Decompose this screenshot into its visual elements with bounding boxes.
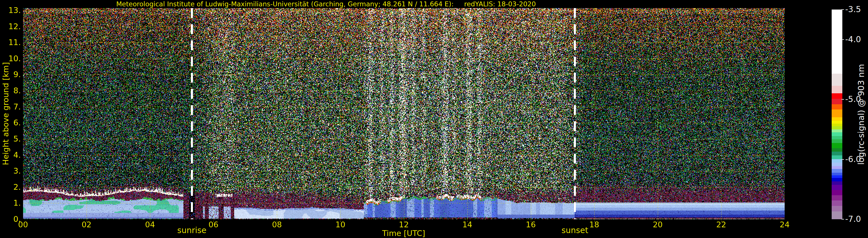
colorbar — [832, 9, 842, 219]
x-tick-label: 20 — [653, 221, 663, 229]
colorbar-segment — [832, 166, 842, 169]
colorbar-segment — [832, 163, 842, 166]
sunset-label: sunset — [561, 226, 588, 235]
y-tick-label: 10. — [0, 55, 21, 63]
colorbar-tick-mark — [841, 39, 844, 40]
y-tick-label: 8. — [0, 87, 21, 95]
colorbar-segment — [832, 136, 842, 139]
colorbar-segment — [832, 201, 842, 206]
colorbar-segment — [832, 74, 842, 86]
colorbar-segment — [832, 185, 842, 190]
colorbar-segment — [832, 121, 842, 124]
colorbar-segment — [832, 129, 842, 133]
x-tick-label: 00 — [18, 221, 28, 229]
colorbar-segment — [832, 169, 842, 173]
colorbar-segment — [832, 124, 842, 127]
heatmap-canvas — [23, 8, 785, 219]
y-tick-label: 2. — [0, 183, 21, 191]
x-tick-label: 24 — [780, 221, 789, 229]
colorbar-segment — [832, 206, 842, 212]
colorbar-segment — [832, 126, 842, 129]
x-tick-label: 08 — [272, 221, 282, 229]
colorbar-segment — [832, 178, 842, 181]
x-axis-title: Time [UTC] — [382, 229, 425, 238]
colorbar-segment — [832, 175, 842, 178]
colorbar-segment — [832, 99, 842, 105]
colorbar-segment — [832, 93, 842, 99]
colorbar-segment — [832, 148, 842, 152]
colorbar-segment — [832, 152, 842, 156]
colorbar-segment — [832, 190, 842, 195]
colorbar-title: log(rc-signal) @ 903 nm — [854, 9, 868, 219]
x-tick-label: 04 — [145, 221, 155, 229]
colorbar-segment — [832, 143, 842, 149]
y-tick-label: 0. — [0, 215, 21, 223]
figure-title: Meteorological Institute of Ludwig-Maxim… — [116, 0, 536, 8]
colorbar-title-text: log(rc-signal) @ 903 nm — [856, 64, 866, 165]
colorbar-segment — [832, 117, 842, 121]
x-tick-label: 12 — [399, 221, 409, 229]
y-tick-label: 12. — [0, 23, 21, 31]
colorbar-segment — [832, 86, 842, 94]
y-tick-label: 1. — [0, 199, 21, 207]
y-tick-label: 3. — [0, 167, 21, 175]
x-tick-label: 22 — [716, 221, 726, 229]
colorbar-tick-mark — [841, 9, 844, 10]
y-tick-label: 7. — [0, 103, 21, 111]
x-tick-label: 02 — [82, 221, 91, 229]
y-tick-label: 4. — [0, 151, 21, 159]
x-tick-label: 16 — [526, 221, 535, 229]
sunset-line — [574, 8, 576, 219]
colorbar-segment — [832, 9, 842, 74]
colorbar-segment — [832, 211, 842, 219]
colorbar-segment — [832, 181, 842, 185]
y-tick-label: 6. — [0, 119, 21, 127]
x-tick-label: 10 — [335, 221, 345, 229]
colorbar-segment — [832, 132, 842, 136]
colorbar-segment — [832, 139, 842, 143]
x-tick-label: 14 — [462, 221, 472, 229]
sunrise-label: sunrise — [177, 226, 207, 235]
y-tick-label: 9. — [0, 71, 21, 79]
colorbar-segment — [832, 155, 842, 159]
colorbar-segment — [832, 159, 842, 163]
colorbar-tick-mark — [841, 159, 844, 160]
y-tick-label: 5. — [0, 135, 21, 143]
colorbar-tick-mark — [841, 219, 844, 219]
colorbar-segment — [832, 195, 842, 201]
x-tick-label: 18 — [589, 221, 599, 229]
y-tick-label: 11. — [0, 38, 21, 47]
y-tick-label: 13. — [0, 6, 21, 15]
colorbar-segment — [832, 104, 842, 109]
x-tick-label: 06 — [209, 221, 218, 229]
colorbar-segment — [832, 109, 842, 117]
lidar-quicklook-figure: Meteorological Institute of Ludwig-Maxim… — [0, 0, 868, 238]
sunrise-line — [191, 8, 193, 219]
colorbar-tick-mark — [841, 99, 844, 100]
